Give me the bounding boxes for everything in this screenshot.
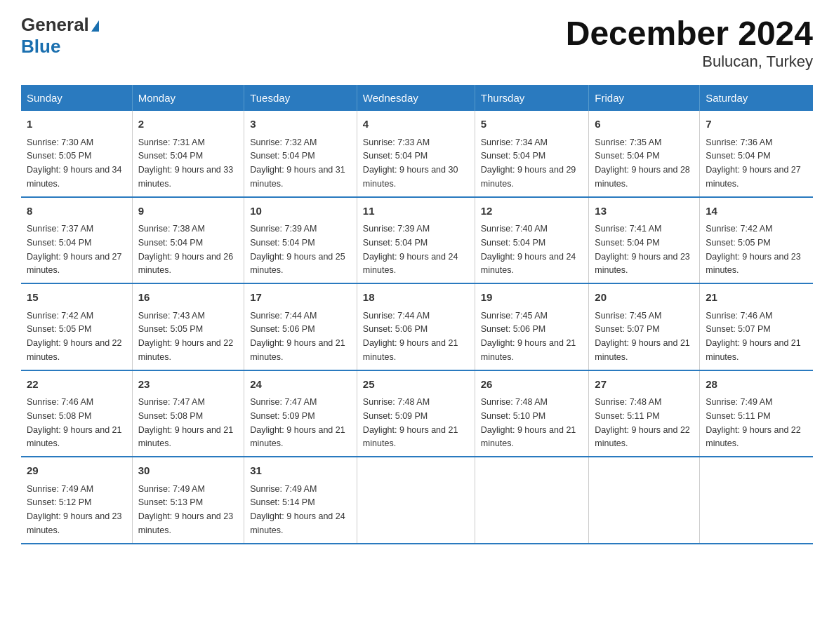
day-number: 20 [595, 290, 694, 306]
day-number: 25 [363, 377, 469, 393]
calendar-cell: 10Sunrise: 7:39 AMSunset: 5:04 PMDayligh… [244, 197, 357, 284]
day-number: 31 [250, 463, 351, 479]
header-thursday: Thursday [475, 85, 589, 111]
calendar-cell [700, 457, 813, 544]
day-number: 24 [250, 377, 351, 393]
calendar-title: December 2024 [566, 14, 813, 53]
calendar-cell: 29Sunrise: 7:49 AMSunset: 5:12 PMDayligh… [21, 457, 132, 544]
day-info: Sunrise: 7:48 AMSunset: 5:11 PMDaylight:… [595, 397, 690, 448]
day-number: 22 [27, 377, 126, 393]
day-number: 12 [481, 203, 583, 220]
day-number: 17 [250, 290, 351, 306]
calendar-subtitle: Bulucan, Turkey [566, 53, 813, 71]
day-number: 28 [706, 377, 807, 393]
calendar-week-row: 15Sunrise: 7:42 AMSunset: 5:05 PMDayligh… [21, 283, 813, 370]
calendar-cell: 7Sunrise: 7:36 AMSunset: 5:04 PMDaylight… [700, 111, 813, 197]
calendar-week-row: 22Sunrise: 7:46 AMSunset: 5:08 PMDayligh… [21, 370, 813, 457]
calendar-cell: 31Sunrise: 7:49 AMSunset: 5:14 PMDayligh… [244, 457, 357, 544]
day-number: 7 [706, 116, 807, 133]
day-number: 3 [250, 116, 351, 133]
header-monday: Monday [132, 85, 244, 111]
day-number: 18 [363, 290, 469, 306]
day-number: 30 [138, 463, 239, 479]
calendar-cell: 15Sunrise: 7:42 AMSunset: 5:05 PMDayligh… [21, 283, 132, 370]
calendar-cell: 19Sunrise: 7:45 AMSunset: 5:06 PMDayligh… [475, 283, 589, 370]
header-sunday: Sunday [21, 85, 132, 111]
calendar-cell: 21Sunrise: 7:46 AMSunset: 5:07 PMDayligh… [700, 283, 813, 370]
calendar-cell: 26Sunrise: 7:48 AMSunset: 5:10 PMDayligh… [475, 370, 589, 457]
calendar-cell: 13Sunrise: 7:41 AMSunset: 5:04 PMDayligh… [589, 197, 700, 284]
day-info: Sunrise: 7:44 AMSunset: 5:06 PMDaylight:… [363, 311, 458, 362]
calendar-cell: 5Sunrise: 7:34 AMSunset: 5:04 PMDaylight… [475, 111, 589, 197]
day-info: Sunrise: 7:49 AMSunset: 5:13 PMDaylight:… [138, 484, 234, 535]
day-info: Sunrise: 7:39 AMSunset: 5:04 PMDaylight:… [363, 224, 458, 275]
day-info: Sunrise: 7:48 AMSunset: 5:10 PMDaylight:… [481, 397, 576, 448]
calendar-header-row: SundayMondayTuesdayWednesdayThursdayFrid… [21, 85, 813, 111]
day-info: Sunrise: 7:31 AMSunset: 5:04 PMDaylight:… [138, 137, 234, 189]
calendar-cell: 23Sunrise: 7:47 AMSunset: 5:08 PMDayligh… [132, 370, 244, 457]
calendar-cell: 20Sunrise: 7:45 AMSunset: 5:07 PMDayligh… [589, 283, 700, 370]
day-number: 13 [595, 203, 694, 220]
calendar-cell: 9Sunrise: 7:38 AMSunset: 5:04 PMDaylight… [132, 197, 244, 284]
calendar-cell: 28Sunrise: 7:49 AMSunset: 5:11 PMDayligh… [700, 370, 813, 457]
day-info: Sunrise: 7:43 AMSunset: 5:05 PMDaylight:… [138, 311, 234, 362]
logo: General Blue [21, 14, 99, 58]
day-info: Sunrise: 7:49 AMSunset: 5:14 PMDaylight:… [250, 484, 345, 535]
logo-blue-text: Blue [21, 36, 60, 57]
day-number: 1 [27, 116, 126, 133]
logo-general-text: General [21, 14, 89, 36]
day-number: 21 [706, 290, 807, 306]
day-info: Sunrise: 7:35 AMSunset: 5:04 PMDaylight:… [595, 137, 690, 189]
calendar-table: SundayMondayTuesdayWednesdayThursdayFrid… [21, 85, 813, 544]
day-number: 8 [27, 203, 126, 220]
calendar-cell: 14Sunrise: 7:42 AMSunset: 5:05 PMDayligh… [700, 197, 813, 284]
day-number: 26 [481, 377, 583, 393]
day-info: Sunrise: 7:42 AMSunset: 5:05 PMDaylight:… [27, 311, 122, 362]
calendar-week-row: 8Sunrise: 7:37 AMSunset: 5:04 PMDaylight… [21, 197, 813, 284]
calendar-cell: 4Sunrise: 7:33 AMSunset: 5:04 PMDaylight… [357, 111, 475, 197]
calendar-cell: 17Sunrise: 7:44 AMSunset: 5:06 PMDayligh… [244, 283, 357, 370]
day-number: 4 [363, 116, 469, 133]
day-info: Sunrise: 7:48 AMSunset: 5:09 PMDaylight:… [363, 397, 458, 448]
day-info: Sunrise: 7:46 AMSunset: 5:07 PMDaylight:… [706, 311, 801, 362]
day-info: Sunrise: 7:34 AMSunset: 5:04 PMDaylight:… [481, 137, 576, 189]
day-info: Sunrise: 7:47 AMSunset: 5:09 PMDaylight:… [250, 397, 345, 448]
calendar-cell: 16Sunrise: 7:43 AMSunset: 5:05 PMDayligh… [132, 283, 244, 370]
calendar-cell: 6Sunrise: 7:35 AMSunset: 5:04 PMDaylight… [589, 111, 700, 197]
day-number: 10 [250, 203, 351, 220]
day-info: Sunrise: 7:47 AMSunset: 5:08 PMDaylight:… [138, 397, 234, 448]
day-info: Sunrise: 7:49 AMSunset: 5:12 PMDaylight:… [27, 484, 122, 535]
day-number: 11 [363, 203, 469, 220]
day-info: Sunrise: 7:45 AMSunset: 5:07 PMDaylight:… [595, 311, 690, 362]
calendar-cell: 22Sunrise: 7:46 AMSunset: 5:08 PMDayligh… [21, 370, 132, 457]
calendar-cell: 18Sunrise: 7:44 AMSunset: 5:06 PMDayligh… [357, 283, 475, 370]
day-number: 9 [138, 203, 239, 220]
calendar-week-row: 1Sunrise: 7:30 AMSunset: 5:05 PMDaylight… [21, 111, 813, 197]
calendar-cell: 24Sunrise: 7:47 AMSunset: 5:09 PMDayligh… [244, 370, 357, 457]
day-info: Sunrise: 7:38 AMSunset: 5:04 PMDaylight:… [138, 224, 234, 275]
calendar-cell: 27Sunrise: 7:48 AMSunset: 5:11 PMDayligh… [589, 370, 700, 457]
day-info: Sunrise: 7:44 AMSunset: 5:06 PMDaylight:… [250, 311, 345, 362]
day-number: 27 [595, 377, 694, 393]
calendar-cell: 30Sunrise: 7:49 AMSunset: 5:13 PMDayligh… [132, 457, 244, 544]
header-tuesday: Tuesday [244, 85, 357, 111]
title-block: December 2024 Bulucan, Turkey [566, 14, 813, 71]
day-info: Sunrise: 7:41 AMSunset: 5:04 PMDaylight:… [595, 224, 690, 275]
day-number: 23 [138, 377, 239, 393]
day-number: 15 [27, 290, 126, 306]
header-friday: Friday [589, 85, 700, 111]
day-info: Sunrise: 7:46 AMSunset: 5:08 PMDaylight:… [27, 397, 122, 448]
header-saturday: Saturday [700, 85, 813, 111]
day-number: 5 [481, 116, 583, 133]
calendar-cell [357, 457, 475, 544]
calendar-cell [589, 457, 700, 544]
day-info: Sunrise: 7:37 AMSunset: 5:04 PMDaylight:… [27, 224, 122, 275]
day-info: Sunrise: 7:30 AMSunset: 5:05 PMDaylight:… [27, 137, 122, 189]
calendar-cell: 25Sunrise: 7:48 AMSunset: 5:09 PMDayligh… [357, 370, 475, 457]
calendar-cell: 12Sunrise: 7:40 AMSunset: 5:04 PMDayligh… [475, 197, 589, 284]
day-info: Sunrise: 7:33 AMSunset: 5:04 PMDaylight:… [363, 137, 458, 189]
day-info: Sunrise: 7:39 AMSunset: 5:04 PMDaylight:… [250, 224, 345, 275]
calendar-cell [475, 457, 589, 544]
day-number: 6 [595, 116, 694, 133]
day-info: Sunrise: 7:45 AMSunset: 5:06 PMDaylight:… [481, 311, 576, 362]
